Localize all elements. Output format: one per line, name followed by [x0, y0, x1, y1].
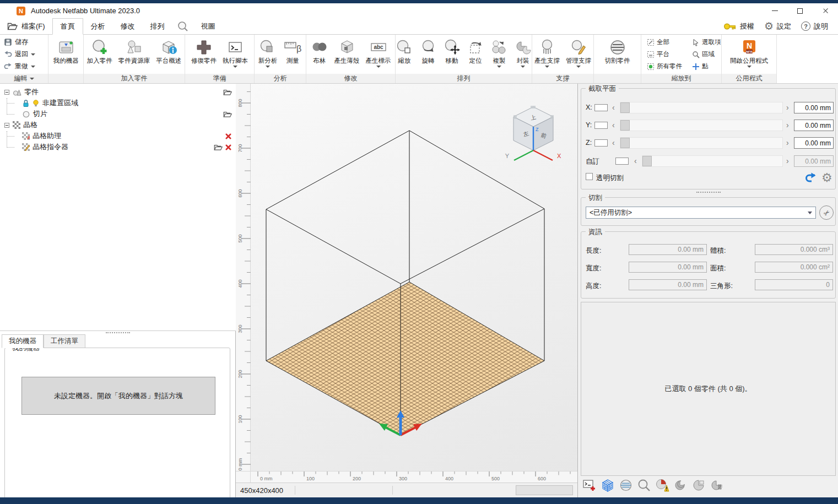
- transparent-cut-checkbox[interactable]: [586, 173, 593, 180]
- settings-button[interactable]: ⚙ 設定: [761, 21, 794, 31]
- create-label-dropdown-icon[interactable]: [376, 66, 381, 68]
- tree-item-parts[interactable]: 零件: [0, 86, 236, 97]
- maximize-button[interactable]: [787, 3, 813, 18]
- surface-2-icon[interactable]: [691, 478, 706, 492]
- custom-plane-slider-thumb[interactable]: [642, 156, 652, 166]
- x-plane-checkbox[interactable]: [594, 104, 608, 111]
- new-analysis-button[interactable]: 新分析: [256, 35, 280, 73]
- y-plane-slider-thumb[interactable]: [620, 120, 630, 131]
- edit-group-dropdown-icon[interactable]: [30, 78, 34, 80]
- run-script-dropdown-icon[interactable]: [233, 66, 237, 68]
- clipping-settings-gear-icon[interactable]: ⚙: [821, 172, 832, 184]
- navigation-cube[interactable]: 上 左 前 Y X Z: [505, 106, 561, 160]
- redo-dropdown-icon[interactable]: [31, 66, 35, 68]
- tree-item-no-build-zone[interactable]: 非建置區域: [0, 97, 236, 109]
- add-part-button[interactable]: 加入零件: [84, 35, 115, 73]
- z-plane-value[interactable]: 0.00 mm: [794, 137, 834, 149]
- scale-button[interactable]: 縮放: [393, 35, 416, 73]
- y-slider-left-arrow[interactable]: [612, 121, 615, 129]
- x-plane-slider-thumb[interactable]: [620, 102, 630, 113]
- tab-view[interactable]: 視圖: [193, 18, 223, 34]
- y-slider-right-arrow[interactable]: [786, 121, 789, 129]
- undo-dropdown-icon[interactable]: [31, 53, 35, 56]
- z-plane-slider[interactable]: [620, 137, 783, 149]
- magnifier-icon[interactable]: [637, 478, 651, 492]
- pack-button[interactable]: 封裝: [511, 35, 534, 73]
- zoom-point-button[interactable]: 點: [692, 61, 721, 72]
- platform-overview-button[interactable]: 平台概述: [153, 35, 184, 73]
- license-button[interactable]: 授權: [720, 21, 758, 31]
- measure-button[interactable]: β 測量: [280, 35, 305, 73]
- x-slider-right-arrow[interactable]: [786, 103, 789, 112]
- create-support-dropdown-icon[interactable]: [545, 66, 549, 68]
- tab-home[interactable]: 首頁: [52, 18, 83, 35]
- tree-item-slices[interactable]: 切片: [0, 109, 236, 120]
- file-menu-button[interactable]: 檔案(F): [0, 18, 52, 34]
- zoom-all-parts-button[interactable]: 所有零件: [647, 61, 682, 72]
- duplicate-dropdown-icon[interactable]: [497, 66, 501, 68]
- redo-button[interactable]: 重做: [2, 61, 46, 72]
- custom-slider-right-arrow[interactable]: [786, 156, 789, 165]
- surface-icon[interactable]: [673, 478, 688, 492]
- x-plane-slider[interactable]: [620, 102, 783, 113]
- help-button[interactable]: 說明: [798, 21, 831, 31]
- custom-plane-checkbox[interactable]: [615, 158, 629, 165]
- tab-my-machine[interactable]: 我的機器: [2, 334, 44, 348]
- delete-x-icon[interactable]: [225, 144, 232, 151]
- cut-scissors-button[interactable]: [819, 205, 834, 220]
- x-slider-left-arrow[interactable]: [612, 103, 615, 112]
- collapse-icon[interactable]: [4, 90, 9, 95]
- repair-part-button[interactable]: 修復零件: [188, 35, 219, 73]
- undo-button[interactable]: 退回: [2, 48, 46, 60]
- create-shell-button[interactable]: 產生薄殼: [332, 35, 363, 73]
- zoom-all-button[interactable]: 全部: [647, 36, 682, 48]
- open-utility-button[interactable]: NNFB 開啟公用程式: [727, 35, 771, 73]
- manage-support-dropdown-icon[interactable]: [576, 66, 581, 68]
- my-machine-button[interactable]: 我的機器: [51, 35, 82, 73]
- minimize-button[interactable]: [762, 3, 787, 18]
- new-analysis-dropdown-icon[interactable]: [266, 66, 270, 68]
- reset-undo-icon[interactable]: [804, 172, 818, 184]
- open-utility-dropdown-icon[interactable]: [747, 66, 752, 68]
- save-button[interactable]: 儲存: [2, 36, 46, 48]
- folder-open-icon[interactable]: [223, 111, 232, 118]
- tab-analysis[interactable]: 分析: [83, 18, 113, 34]
- z-plane-checkbox[interactable]: [594, 139, 608, 147]
- search-button[interactable]: [172, 18, 193, 34]
- zoom-selection-button[interactable]: 選取項: [692, 36, 721, 48]
- move-button[interactable]: 移動: [440, 35, 463, 73]
- surface-grid-icon[interactable]: [710, 478, 724, 492]
- scene-3d[interactable]: 上 左 前 Y X Z: [251, 84, 577, 471]
- folder-open-icon[interactable]: [223, 89, 232, 96]
- position-button[interactable]: 定位: [464, 35, 487, 73]
- z-slider-right-arrow[interactable]: [786, 138, 789, 147]
- script-add-icon[interactable]: [582, 478, 597, 492]
- tree-item-lattice[interactable]: 晶格: [0, 120, 236, 131]
- y-plane-slider[interactable]: [620, 120, 783, 131]
- create-support-button[interactable]: 產生支撐: [532, 35, 563, 73]
- boolean-button[interactable]: 布林: [308, 35, 331, 73]
- x-plane-value[interactable]: 0.00 mm: [794, 102, 834, 113]
- tab-job-list[interactable]: 工作清單: [44, 334, 85, 348]
- y-plane-checkbox[interactable]: [594, 122, 608, 129]
- custom-plane-slider[interactable]: [642, 155, 783, 167]
- zoom-platform-button[interactable]: 平台: [647, 48, 682, 60]
- custom-slider-left-arrow[interactable]: [634, 156, 637, 165]
- z-plane-slider-thumb[interactable]: [620, 138, 630, 148]
- run-script-button[interactable]: 執行腳本: [220, 35, 251, 73]
- part-library-button[interactable]: 零件資源庫: [116, 35, 153, 73]
- lock-icon[interactable]: [22, 99, 30, 107]
- cuts-dropdown[interactable]: <已停用切割>: [586, 207, 816, 219]
- create-label-button[interactable]: abc 產生標示: [363, 35, 394, 73]
- manage-support-button[interactable]: 管理支撐: [563, 35, 594, 73]
- zoom-region-button[interactable]: 區域: [692, 48, 721, 60]
- tab-arrange[interactable]: 排列: [143, 18, 172, 34]
- slice-stack-icon[interactable]: [619, 478, 633, 492]
- lattice-cube-icon[interactable]: [601, 478, 615, 492]
- y-plane-value[interactable]: 0.00 mm: [794, 120, 834, 131]
- z-slider-left-arrow[interactable]: [612, 138, 615, 147]
- rotate-button[interactable]: 旋轉: [417, 35, 440, 73]
- collapse-icon[interactable]: [4, 123, 9, 128]
- delete-x-icon[interactable]: [225, 133, 232, 140]
- analysis-warning-icon[interactable]: [655, 478, 669, 492]
